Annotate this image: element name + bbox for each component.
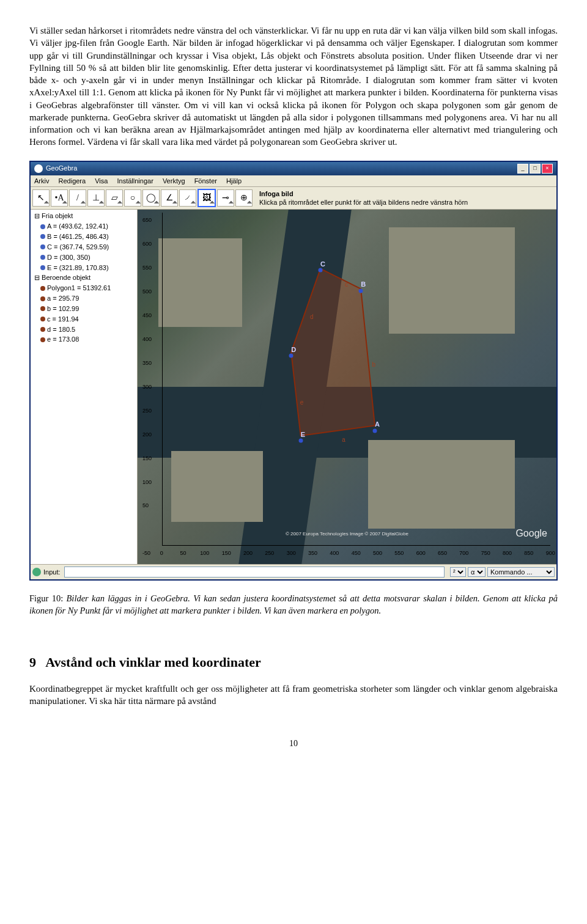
- free-objects-header[interactable]: ⊟ Fria objekt: [32, 211, 136, 221]
- bullet-icon: [40, 327, 45, 332]
- tool-reflect-icon[interactable]: ⟋: [179, 189, 196, 207]
- algebra-item[interactable]: c = 191.94: [32, 314, 136, 324]
- algebra-item[interactable]: E = (321.89, 170.83): [32, 263, 136, 273]
- y-tick: 650: [142, 216, 152, 224]
- x-tick: 800: [503, 549, 512, 557]
- section-heading: 9 Avstånd och vinklar med koordinater: [29, 653, 558, 672]
- drawing-canvas[interactable]: AbBcCdDeEa 05010015020025030035040045050…: [138, 210, 556, 564]
- bullet-icon: [40, 306, 45, 311]
- y-tick: 550: [142, 264, 152, 271]
- point-label: E: [301, 430, 305, 439]
- tool-angle-icon[interactable]: ∠: [161, 189, 178, 207]
- point-marker[interactable]: [289, 353, 294, 358]
- segment-label: e: [300, 398, 304, 407]
- x-tick: 0: [160, 549, 163, 557]
- tool-conic-icon[interactable]: ◯: [142, 189, 160, 207]
- x-axis: [162, 545, 550, 546]
- close-icon[interactable]: ×: [542, 164, 553, 174]
- tool-polygon-icon[interactable]: ▱: [106, 189, 123, 207]
- y-tick: 500: [142, 288, 152, 295]
- menubar: Arkiv Redigera Visa Inställningar Verkty…: [31, 175, 556, 188]
- point-label: C: [320, 260, 325, 269]
- y-tick: -50: [142, 549, 150, 557]
- segment-label: d: [310, 313, 314, 321]
- input-field[interactable]: [64, 566, 445, 578]
- algebra-item[interactable]: A = (493.62, 192.41): [32, 221, 136, 232]
- app-title: GeoGebra: [46, 164, 77, 173]
- point-marker[interactable]: [373, 428, 377, 433]
- menu-installningar[interactable]: Inställningar: [117, 177, 153, 185]
- y-tick: 150: [142, 455, 152, 462]
- dep-objects-header[interactable]: ⊟ Beroende objekt: [32, 273, 136, 283]
- x-tick: 750: [481, 549, 490, 557]
- algebra-item[interactable]: d = 180.5: [32, 324, 136, 335]
- bullet-icon: [40, 265, 45, 270]
- section-title: Avstånd och vinklar med koordinater: [45, 654, 260, 670]
- tool-point-icon[interactable]: •A: [51, 189, 68, 207]
- bullet-icon: [40, 244, 45, 249]
- y-tick: 300: [142, 383, 152, 391]
- point-label: B: [361, 280, 366, 289]
- algebra-item[interactable]: D = (300, 350): [32, 252, 136, 263]
- input-label: Input:: [43, 568, 61, 577]
- point-marker[interactable]: [359, 288, 363, 293]
- tool-image-icon[interactable]: 🖼: [198, 189, 216, 207]
- caption-text: Bilder kan läggas in i GeoGebra. Vi kan …: [29, 593, 558, 615]
- x-tick: 200: [243, 549, 253, 557]
- algebra-item[interactable]: C = (367.74, 529.59): [32, 242, 136, 252]
- x-tick: 650: [438, 549, 447, 557]
- segment-label: a: [342, 436, 345, 444]
- point-marker[interactable]: [298, 439, 303, 443]
- titlebar[interactable]: GeoGebra _ □ ×: [31, 162, 556, 175]
- x-tick: 350: [308, 549, 317, 557]
- symbol-select-greek[interactable]: α: [468, 567, 485, 577]
- x-tick: 700: [459, 549, 468, 557]
- algebra-item[interactable]: b = 102.99: [32, 304, 136, 314]
- algebra-item[interactable]: a = 295.79: [32, 293, 136, 304]
- algebra-item[interactable]: B = (461.25, 486.43): [32, 232, 136, 242]
- tool-slider-icon[interactable]: ⊸: [217, 189, 234, 207]
- tool-zoom-icon[interactable]: ⊕: [235, 189, 253, 207]
- point-label: A: [375, 420, 380, 429]
- tool-circle-icon[interactable]: ○: [124, 189, 141, 207]
- menu-redigera[interactable]: Redigera: [59, 177, 86, 185]
- symbol-select-sup[interactable]: ²: [450, 567, 466, 577]
- y-tick: 400: [142, 336, 152, 343]
- bullet-icon: [40, 296, 45, 301]
- tool-desc: Klicka på ritområdet eller punkt för att…: [259, 199, 468, 206]
- menu-verktyg[interactable]: Verktyg: [163, 177, 185, 185]
- algebra-item[interactable]: e = 173.08: [32, 334, 136, 345]
- menu-hjalp[interactable]: Hjälp: [226, 177, 242, 185]
- x-tick: 900: [546, 549, 555, 557]
- minimize-icon[interactable]: _: [517, 164, 528, 174]
- google-logo: Google: [515, 527, 547, 540]
- bullet-icon: [40, 255, 45, 260]
- command-select[interactable]: Kommando ...: [487, 567, 555, 577]
- tool-hint: Infoga bild Klicka på ritområdet eller p…: [259, 189, 468, 208]
- tool-line-icon[interactable]: /: [69, 189, 86, 207]
- x-tick: 600: [416, 549, 426, 557]
- bullet-icon: [40, 234, 45, 239]
- y-tick: 450: [142, 312, 152, 319]
- input-icon: [32, 568, 41, 576]
- menu-visa[interactable]: Visa: [95, 177, 108, 185]
- point-marker[interactable]: [319, 268, 323, 273]
- page-number: 10: [29, 738, 558, 750]
- algebra-item[interactable]: Polygon1 = 51392.61: [32, 283, 136, 293]
- x-tick: 100: [200, 549, 209, 557]
- maximize-icon[interactable]: □: [530, 164, 541, 174]
- tool-move-icon[interactable]: ↖: [32, 189, 50, 207]
- bullet-icon: [40, 286, 45, 291]
- algebra-panel[interactable]: ⊟ Fria objekt A = (493.62, 192.41)B = (4…: [31, 210, 138, 564]
- x-tick: 50: [180, 549, 186, 557]
- caption-label: Figur 10:: [29, 593, 63, 603]
- y-tick: 200: [142, 431, 152, 438]
- geogebra-window: GeoGebra _ □ × Arkiv Redigera Visa Instä…: [29, 161, 558, 581]
- menu-fonster[interactable]: Fönster: [194, 177, 217, 185]
- paragraph-2: Koordinatbegreppet är mycket kraftfullt …: [29, 683, 558, 708]
- segment-label: b: [372, 361, 375, 369]
- menu-arkiv[interactable]: Arkiv: [34, 177, 49, 185]
- tool-perpendicular-icon[interactable]: ⊥: [87, 189, 105, 207]
- x-tick: 150: [222, 549, 231, 557]
- y-tick: 50: [142, 502, 149, 510]
